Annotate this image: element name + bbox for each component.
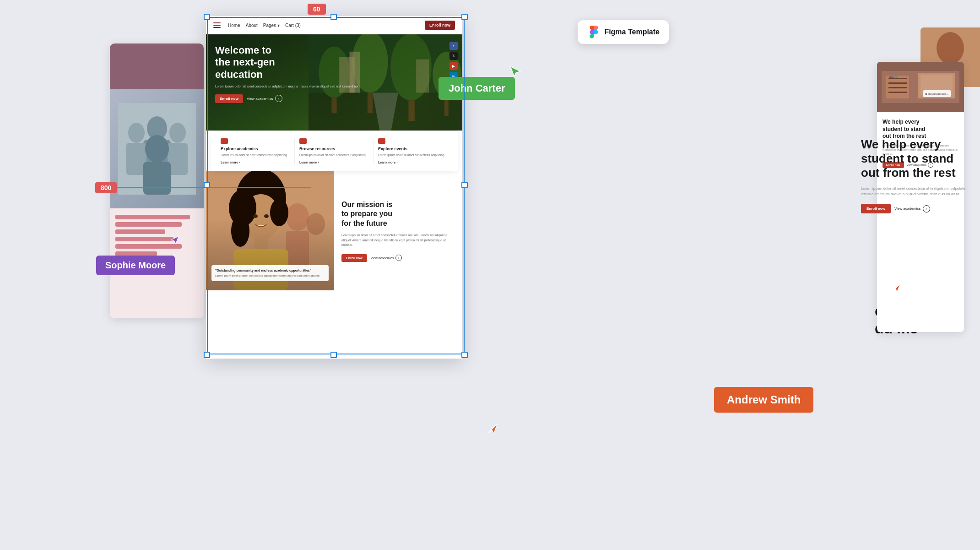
card-resources: Browse resources Lorem ipsum dolor sit a… [295, 138, 374, 164]
svg-point-5 [169, 123, 186, 143]
far-right-panel: We help everystudent to standout from th… [861, 137, 966, 213]
dimension-badge-top: 60 [308, 4, 326, 15]
left-card-top [110, 44, 204, 89]
svg-rect-44 [889, 76, 892, 78]
right-preview-top: ▶ in College Sec... [877, 62, 964, 112]
mission-enroll-button[interactable]: Enroll now [341, 254, 367, 262]
cursor-bottom-right [485, 421, 500, 438]
hero-title: Welcome to the next-gen education [215, 44, 453, 81]
andrew-smith-label: Andrew Smith [714, 387, 813, 413]
card-desc-events: Lorem ipsum dolor sit amet consectetur a… [378, 153, 448, 157]
mission-buttons: Enroll now View academics › [341, 254, 455, 262]
dimension-badge-left: 800 [95, 182, 117, 193]
svg-rect-40 [888, 78, 907, 79]
learn-more-academics[interactable]: Learn more › [221, 161, 290, 164]
hamburger-icon[interactable] [213, 22, 221, 28]
selection-handle-tl[interactable] [204, 14, 210, 20]
figma-badge: Figma Template [578, 20, 669, 44]
far-right-title: We help everystudent to standout from th… [861, 137, 966, 180]
mission-desc: Lorem ipsum dolor sit amet consectetur f… [341, 233, 455, 248]
right-preview-title: We help every student to stand out from … [883, 119, 958, 140]
view-circle-icon: › [275, 95, 282, 102]
mission-quote-text: Lorem ipsum dolor sit amet consectetur a… [215, 274, 325, 278]
card-events: Explore events Lorem ipsum dolor sit ame… [374, 138, 452, 164]
pink-bar [115, 237, 173, 241]
nav-about[interactable]: About [246, 23, 258, 28]
card-icon-academics [221, 138, 228, 144]
svg-rect-41 [888, 82, 907, 84]
hamburger-line [213, 22, 221, 23]
hero-buttons: Enroll now View academics › [215, 94, 453, 103]
far-right-view-button[interactable]: View academics › [894, 205, 930, 212]
far-right-buttons: Enroll now View academics › [861, 204, 966, 213]
selection-handle-tr[interactable] [461, 14, 468, 20]
card-title-academics: Explore academics [221, 147, 290, 151]
learn-more-resources[interactable]: Learn more › [299, 161, 368, 164]
pink-bar [115, 222, 182, 227]
sophie-label: Sophie Moore [96, 256, 175, 275]
cursor-right [891, 283, 902, 295]
far-right-body: Lorem ipsum dolor sit amet consectetur u… [861, 186, 966, 198]
mission-view-button[interactable]: View academics › [371, 255, 402, 261]
svg-point-7 [145, 135, 169, 163]
svg-point-34 [253, 214, 258, 218]
navbar-enroll-button[interactable]: Enroll now [425, 21, 455, 30]
hamburger-line [213, 27, 221, 28]
hamburger-line [213, 25, 221, 26]
cards-section: Explore academics Lorem ipsum dolor sit … [211, 131, 458, 171]
selection-handle-tm[interactable] [330, 14, 337, 20]
selection-handle-mr[interactable] [461, 182, 468, 188]
twitter-icon[interactable]: 𝕏 [449, 52, 458, 60]
mission-title: Our mission is to prepare you for the fu… [341, 200, 455, 229]
svg-rect-42 [888, 87, 907, 88]
mission-section: "Outstanding community and endless acade… [206, 171, 462, 290]
hero-socials: f 𝕏 ▶ in [449, 42, 458, 80]
svg-rect-43 [888, 92, 907, 93]
nav-home[interactable]: Home [228, 23, 240, 28]
hero-section: Welcome to the next-gen education Lorem … [206, 34, 462, 131]
view-circle-far-icon: › [923, 205, 930, 212]
view-circle-sm-icon: › [395, 255, 402, 261]
mission-quote-title: "Outstanding community and endless acade… [215, 269, 325, 272]
hero-content: Welcome to the next-gen education Lorem … [206, 34, 462, 113]
svg-point-3 [128, 123, 145, 143]
learn-more-events[interactable]: Learn more › [378, 161, 448, 164]
selection-handle-ml[interactable] [204, 182, 210, 188]
far-right-enroll-button[interactable]: Enroll now [861, 204, 891, 213]
hero-view-academics-button[interactable]: View academics › [247, 95, 282, 102]
svg-point-49 [937, 32, 964, 64]
john-carter-label: John Carter [439, 77, 515, 100]
card-desc-resources: Lorem ipsum dolor sit amet consectetur a… [299, 153, 368, 157]
card-title-events: Explore events [378, 147, 448, 151]
video-snippet: ▶ in College Sec... [923, 90, 951, 97]
figma-badge-title: Figma Template [604, 28, 660, 36]
hero-enroll-button[interactable]: Enroll now [215, 94, 243, 103]
svg-rect-46 [895, 76, 898, 78]
hero-subtitle: Lorem ipsum dolor sit amet consectetur a… [215, 84, 453, 89]
selection-handle-br[interactable] [461, 352, 468, 358]
mission-quote-box: "Outstanding community and endless acade… [211, 265, 329, 281]
svg-rect-8 [143, 162, 171, 195]
facebook-icon[interactable]: f [449, 42, 458, 50]
dimension-line [110, 187, 311, 188]
mission-content: Our mission is to prepare you for the fu… [334, 171, 462, 290]
figma-logo [587, 26, 600, 38]
card-icon-events [378, 138, 385, 144]
nav-links: Home About Pages ▾ Cart (3) [228, 23, 301, 28]
nav-cart[interactable]: Cart (3) [285, 23, 301, 28]
navbar-left: Home About Pages ▾ Cart (3) [213, 22, 301, 28]
left-card-photo [110, 89, 204, 208]
card-academics: Explore academics Lorem ipsum dolor sit … [216, 138, 295, 164]
svg-point-35 [264, 214, 269, 218]
selection-handle-bl[interactable] [204, 352, 210, 358]
cursor-top-right [508, 64, 523, 81]
cursor-left [169, 234, 180, 245]
left-card [110, 44, 204, 318]
selection-handle-bm[interactable] [330, 352, 337, 358]
card-icon-resources [299, 138, 307, 144]
card-desc-academics: Lorem ipsum dolor sit amet consectetur a… [221, 153, 290, 157]
pink-bar [115, 215, 190, 219]
nav-pages[interactable]: Pages ▾ [263, 23, 280, 28]
youtube-icon[interactable]: ▶ [449, 62, 458, 70]
pink-bar [115, 229, 165, 234]
